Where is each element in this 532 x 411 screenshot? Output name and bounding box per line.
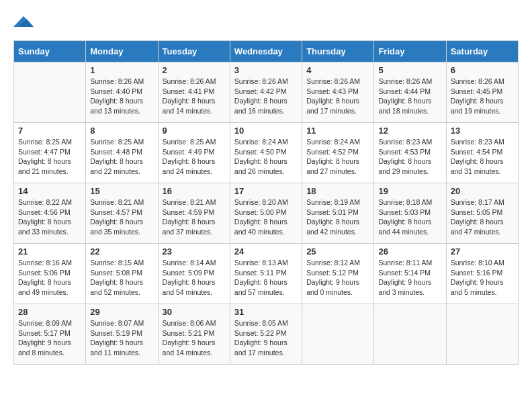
day-number: 13 [451, 126, 514, 136]
weekday-header-wednesday: Wednesday [230, 41, 302, 62]
day-number: 3 [234, 65, 298, 75]
day-number: 1 [90, 65, 153, 75]
day-number: 27 [451, 246, 514, 257]
calendar-cell: 3Sunrise: 8:26 AM Sunset: 4:42 PM Daylig… [230, 62, 302, 123]
day-info: Sunrise: 8:15 AM Sunset: 5:08 PM Dayligh… [90, 258, 153, 298]
day-number: 22 [90, 246, 153, 257]
calendar-cell: 17Sunrise: 8:20 AM Sunset: 5:00 PM Dayli… [230, 183, 302, 244]
day-number: 7 [18, 126, 81, 136]
calendar-cell [446, 304, 518, 365]
calendar-cell: 24Sunrise: 8:13 AM Sunset: 5:11 PM Dayli… [230, 244, 302, 304]
calendar-cell: 21Sunrise: 8:16 AM Sunset: 5:06 PM Dayli… [14, 244, 86, 304]
weekday-header-thursday: Thursday [302, 41, 374, 62]
day-number: 12 [378, 126, 441, 136]
calendar-week-1: 1Sunrise: 8:26 AM Sunset: 4:40 PM Daylig… [14, 62, 519, 123]
day-info: Sunrise: 8:25 AM Sunset: 4:48 PM Dayligh… [90, 137, 153, 177]
day-number: 2 [163, 65, 226, 75]
calendar-cell [14, 62, 86, 123]
day-number: 19 [378, 186, 441, 196]
calendar-cell: 14Sunrise: 8:22 AM Sunset: 4:56 PM Dayli… [14, 183, 86, 244]
calendar-cell: 7Sunrise: 8:25 AM Sunset: 4:47 PM Daylig… [14, 123, 86, 183]
calendar-cell: 15Sunrise: 8:21 AM Sunset: 4:57 PM Dayli… [86, 183, 158, 244]
day-number: 16 [163, 186, 226, 196]
day-info: Sunrise: 8:26 AM Sunset: 4:42 PM Dayligh… [234, 77, 298, 116]
day-number: 15 [90, 186, 153, 196]
day-number: 28 [18, 307, 81, 317]
day-info: Sunrise: 8:16 AM Sunset: 5:06 PM Dayligh… [18, 258, 81, 298]
calendar-table: SundayMondayTuesdayWednesdayThursdayFrid… [13, 40, 519, 365]
day-info: Sunrise: 8:07 AM Sunset: 5:19 PM Dayligh… [90, 318, 153, 358]
day-number: 17 [234, 186, 298, 196]
calendar-cell: 8Sunrise: 8:25 AM Sunset: 4:48 PM Daylig… [86, 123, 158, 183]
calendar-cell: 13Sunrise: 8:23 AM Sunset: 4:54 PM Dayli… [446, 123, 518, 183]
calendar-cell: 30Sunrise: 8:06 AM Sunset: 5:21 PM Dayli… [158, 304, 230, 365]
day-number: 8 [90, 126, 153, 136]
calendar-cell: 19Sunrise: 8:18 AM Sunset: 5:03 PM Dayli… [374, 183, 446, 244]
calendar-cell: 4Sunrise: 8:26 AM Sunset: 4:43 PM Daylig… [302, 62, 374, 123]
calendar-body: 1Sunrise: 8:26 AM Sunset: 4:40 PM Daylig… [14, 62, 519, 365]
day-info: Sunrise: 8:14 AM Sunset: 5:09 PM Dayligh… [163, 258, 226, 298]
day-info: Sunrise: 8:21 AM Sunset: 4:57 PM Dayligh… [90, 197, 153, 237]
logo [13, 13, 36, 30]
calendar-cell: 23Sunrise: 8:14 AM Sunset: 5:09 PM Dayli… [158, 244, 230, 304]
day-number: 5 [378, 65, 441, 75]
day-info: Sunrise: 8:11 AM Sunset: 5:14 PM Dayligh… [378, 258, 441, 298]
calendar-cell: 22Sunrise: 8:15 AM Sunset: 5:08 PM Dayli… [86, 244, 158, 304]
day-number: 25 [306, 246, 369, 257]
day-info: Sunrise: 8:23 AM Sunset: 4:54 PM Dayligh… [451, 137, 514, 177]
calendar-cell: 5Sunrise: 8:26 AM Sunset: 4:44 PM Daylig… [374, 62, 446, 123]
weekday-header-monday: Monday [86, 41, 158, 62]
day-number: 23 [163, 246, 226, 257]
calendar-cell: 9Sunrise: 8:25 AM Sunset: 4:49 PM Daylig… [158, 123, 230, 183]
day-number: 29 [90, 307, 153, 317]
day-info: Sunrise: 8:21 AM Sunset: 4:59 PM Dayligh… [163, 197, 226, 237]
day-info: Sunrise: 8:24 AM Sunset: 4:50 PM Dayligh… [234, 137, 298, 177]
day-info: Sunrise: 8:22 AM Sunset: 4:56 PM Dayligh… [18, 197, 81, 237]
calendar-cell: 1Sunrise: 8:26 AM Sunset: 4:40 PM Daylig… [86, 62, 158, 123]
calendar-cell: 26Sunrise: 8:11 AM Sunset: 5:14 PM Dayli… [374, 244, 446, 304]
day-number: 10 [234, 126, 298, 136]
calendar-cell: 28Sunrise: 8:09 AM Sunset: 5:17 PM Dayli… [14, 304, 86, 365]
day-info: Sunrise: 8:26 AM Sunset: 4:45 PM Dayligh… [451, 77, 514, 116]
calendar-week-4: 21Sunrise: 8:16 AM Sunset: 5:06 PM Dayli… [14, 244, 519, 304]
calendar-header: SundayMondayTuesdayWednesdayThursdayFrid… [14, 41, 519, 62]
calendar-cell: 10Sunrise: 8:24 AM Sunset: 4:50 PM Dayli… [230, 123, 302, 183]
day-number: 4 [306, 65, 369, 75]
day-number: 11 [306, 126, 369, 136]
day-info: Sunrise: 8:05 AM Sunset: 5:22 PM Dayligh… [234, 318, 298, 358]
calendar-week-3: 14Sunrise: 8:22 AM Sunset: 4:56 PM Dayli… [14, 183, 519, 244]
calendar-week-5: 28Sunrise: 8:09 AM Sunset: 5:17 PM Dayli… [14, 304, 519, 365]
calendar-cell: 25Sunrise: 8:12 AM Sunset: 5:12 PM Dayli… [302, 244, 374, 304]
day-info: Sunrise: 8:25 AM Sunset: 4:49 PM Dayligh… [163, 137, 226, 177]
day-info: Sunrise: 8:26 AM Sunset: 4:40 PM Dayligh… [90, 77, 153, 116]
day-info: Sunrise: 8:20 AM Sunset: 5:00 PM Dayligh… [234, 197, 298, 237]
day-info: Sunrise: 8:26 AM Sunset: 4:43 PM Dayligh… [306, 77, 369, 116]
day-number: 14 [18, 186, 81, 196]
weekday-header-tuesday: Tuesday [158, 41, 230, 62]
day-info: Sunrise: 8:06 AM Sunset: 5:21 PM Dayligh… [163, 318, 226, 358]
calendar-cell: 20Sunrise: 8:17 AM Sunset: 5:05 PM Dayli… [446, 183, 518, 244]
calendar-cell: 29Sunrise: 8:07 AM Sunset: 5:19 PM Dayli… [86, 304, 158, 365]
day-info: Sunrise: 8:19 AM Sunset: 5:01 PM Dayligh… [306, 197, 369, 237]
day-info: Sunrise: 8:25 AM Sunset: 4:47 PM Dayligh… [18, 137, 81, 177]
calendar-cell [302, 304, 374, 365]
day-info: Sunrise: 8:17 AM Sunset: 5:05 PM Dayligh… [451, 197, 514, 237]
day-number: 6 [451, 65, 514, 75]
day-number: 26 [378, 246, 441, 257]
calendar-cell: 6Sunrise: 8:26 AM Sunset: 4:45 PM Daylig… [446, 62, 518, 123]
day-number: 21 [18, 246, 81, 257]
day-info: Sunrise: 8:24 AM Sunset: 4:52 PM Dayligh… [306, 137, 369, 177]
day-number: 24 [234, 246, 298, 257]
day-info: Sunrise: 8:18 AM Sunset: 5:03 PM Dayligh… [378, 197, 441, 237]
day-info: Sunrise: 8:09 AM Sunset: 5:17 PM Dayligh… [18, 318, 81, 358]
day-info: Sunrise: 8:12 AM Sunset: 5:12 PM Dayligh… [306, 258, 369, 298]
day-number: 31 [234, 307, 298, 317]
day-info: Sunrise: 8:23 AM Sunset: 4:53 PM Dayligh… [378, 137, 441, 177]
day-number: 20 [451, 186, 514, 196]
calendar-cell: 12Sunrise: 8:23 AM Sunset: 4:53 PM Dayli… [374, 123, 446, 183]
calendar-cell: 18Sunrise: 8:19 AM Sunset: 5:01 PM Dayli… [302, 183, 374, 244]
day-number: 18 [306, 186, 369, 196]
day-info: Sunrise: 8:26 AM Sunset: 4:44 PM Dayligh… [378, 77, 441, 116]
calendar-cell: 27Sunrise: 8:10 AM Sunset: 5:16 PM Dayli… [446, 244, 518, 304]
calendar-cell: 2Sunrise: 8:26 AM Sunset: 4:41 PM Daylig… [158, 62, 230, 123]
